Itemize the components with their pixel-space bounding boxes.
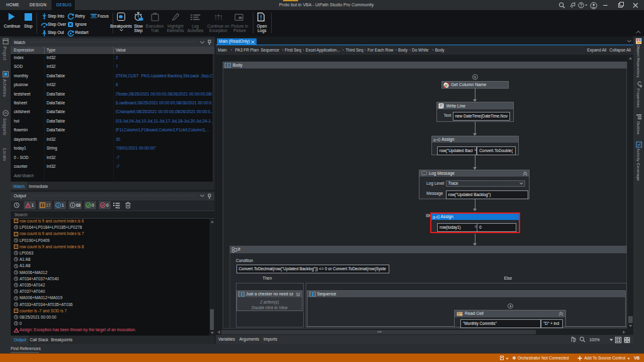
svg-text:a: a [433,215,435,219]
svg-text:M: M [445,83,448,87]
svg-text:a: a [433,138,436,142]
